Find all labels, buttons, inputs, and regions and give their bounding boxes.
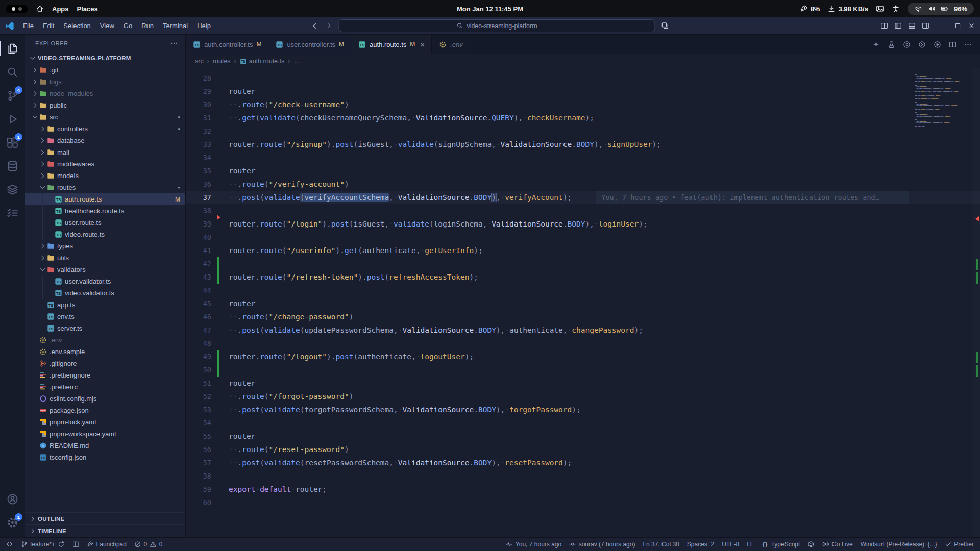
code-line-48[interactable]: 48 — [186, 337, 980, 350]
new-window-icon[interactable] — [662, 22, 669, 30]
tree-item-routes[interactable]: routes● — [25, 182, 185, 193]
tree-item-app.ts[interactable]: TSapp.ts — [25, 299, 185, 311]
tree-item-utils[interactable]: utils — [25, 252, 185, 264]
network-speed[interactable]: 3.98 KB/s — [827, 5, 868, 13]
activity-settings[interactable]: 1 — [0, 511, 25, 534]
tree-item-.prettierignore[interactable]: .prettierignore — [25, 369, 185, 381]
tree-item-tsconfig.json[interactable]: TStsconfig.json — [25, 452, 185, 463]
status-problems[interactable]: 00 — [134, 541, 162, 548]
code-line-41[interactable]: 41router.route("/userinfo").get(authenti… — [186, 244, 980, 257]
overview-ruler[interactable] — [972, 68, 980, 537]
tree-item-user.route.ts[interactable]: TSuser.route.ts — [25, 217, 185, 229]
performance-indicator[interactable]: 8% — [800, 5, 820, 13]
nav-back-icon[interactable] — [311, 22, 319, 30]
status-feedback[interactable] — [807, 541, 815, 548]
apps-menu[interactable]: Apps — [52, 5, 69, 13]
menu-help[interactable]: Help — [192, 20, 215, 32]
activity-search[interactable] — [0, 60, 25, 84]
menu-view[interactable]: View — [95, 20, 119, 32]
breadcrumb-item-…[interactable]: … — [293, 58, 300, 65]
outline-section-header[interactable]: OUTLINE — [25, 513, 185, 525]
nav-forward-icon[interactable] — [325, 22, 333, 30]
minimize-icon[interactable] — [941, 22, 947, 29]
tree-item-pnpm-workspace.yaml[interactable]: pnpm-workspace.yaml — [25, 428, 185, 440]
tab-.env[interactable]: .env — [432, 35, 470, 54]
code-line-33[interactable]: 33router.route("/signup").post(isGuest,·… — [186, 138, 980, 151]
status-last-commit[interactable]: sourav (7 hours ago) — [569, 541, 635, 548]
breadcrumb-item-routes[interactable]: routes — [213, 58, 231, 65]
tree-item-video.validator.ts[interactable]: TSvideo.validator.ts — [25, 287, 185, 299]
tree-item-pnpm-lock.yaml[interactable]: pnpm-lock.yaml — [25, 416, 185, 428]
code-line-50[interactable]: 50 — [186, 363, 980, 377]
code-line-29[interactable]: 29router — [186, 85, 980, 98]
code-line-38[interactable]: 38 — [186, 204, 980, 217]
system-status-menu[interactable]: 96% — [908, 3, 974, 15]
breadcrumb-item-auth.route.ts[interactable]: TSauth.route.ts — [240, 58, 285, 65]
tree-item-package.json[interactable]: npmpackage.json — [25, 405, 185, 416]
tree-item-env.ts[interactable]: TSenv.ts — [25, 311, 185, 322]
status-git-branch[interactable]: feature*+ — [21, 541, 65, 548]
timeline-section-header[interactable]: TIMELINE — [25, 525, 185, 537]
code-line-57[interactable]: 57··.post(validate(resetPasswordSchema,·… — [186, 456, 980, 469]
tree-item-auth.route.ts[interactable]: TSauth.route.tsM — [25, 193, 185, 205]
status-launchpad[interactable]: Launchpad — [87, 541, 127, 548]
maximize-icon[interactable] — [954, 22, 961, 29]
code-line-58[interactable]: 58 — [186, 469, 980, 483]
tree-item-types[interactable]: types — [25, 240, 185, 252]
code-line-59[interactable]: 59export·default·router; — [186, 483, 980, 496]
code-line-30[interactable]: 30··.route("/check-username") — [186, 98, 980, 111]
tree-item-video.route.ts[interactable]: TSvideo.route.ts — [25, 229, 185, 240]
more-actions-icon[interactable] — [964, 41, 972, 48]
close-icon[interactable]: × — [420, 41, 425, 48]
tree-item-.env.sample[interactable]: .env.sample — [25, 346, 185, 358]
activity-explorer[interactable] — [0, 37, 25, 60]
activity-source-control[interactable]: 4 — [0, 84, 25, 107]
code-line-60[interactable]: 60 — [186, 496, 980, 509]
tree-item-mail[interactable]: mail — [25, 146, 185, 158]
code-line-42[interactable]: 42 — [186, 257, 980, 270]
beaker-icon[interactable] — [888, 41, 895, 48]
project-section-header[interactable]: VIDEO-STREAMING-PLATFORM — [25, 52, 185, 64]
tree-item-server.ts[interactable]: TSserver.ts — [25, 322, 185, 334]
menu-go[interactable]: Go — [119, 20, 137, 32]
tree-item-README.md[interactable]: README.md — [25, 440, 185, 452]
code-line-36[interactable]: 36··.route("/verify-account") — [186, 178, 980, 191]
screenshot-tool[interactable] — [876, 5, 884, 13]
tree-item-validators[interactable]: validators — [25, 264, 185, 276]
activity-account[interactable] — [0, 487, 25, 511]
code-line-35[interactable]: 35router — [186, 164, 980, 178]
code-editor[interactable]: 2829router30··.route("/check-username")3… — [186, 68, 980, 537]
workspace-indicator[interactable] — [6, 5, 28, 13]
tree-item-.prettierrc[interactable]: .prettierrc — [25, 381, 185, 393]
clock[interactable]: Mon Jan 12 11:45 PM — [457, 5, 523, 13]
tab-auth.route.ts[interactable]: TSauth.route.tsM× — [351, 35, 432, 54]
tree-item-healthcheck.route.ts[interactable]: TShealthcheck.route.ts — [25, 205, 185, 217]
tree-item-controllers[interactable]: controllers● — [25, 123, 185, 135]
run-icon[interactable] — [934, 41, 941, 48]
sparkle-icon[interactable] — [872, 41, 880, 48]
code-line-47[interactable]: 47··.post(validate(updatePasswordSchema,… — [186, 323, 980, 337]
code-line-46[interactable]: 46··.route("/change-password") — [186, 310, 980, 323]
split-editor-icon[interactable] — [949, 41, 957, 48]
places-menu[interactable]: Places — [77, 5, 98, 13]
customize-layout-icon[interactable] — [880, 22, 888, 30]
status-remote[interactable] — [6, 541, 13, 548]
tree-item-.env[interactable]: .env — [25, 334, 185, 346]
menu-edit[interactable]: Edit — [38, 20, 59, 32]
menu-terminal[interactable]: Terminal — [158, 20, 192, 32]
status-go-live[interactable]: Go Live — [822, 541, 853, 548]
breadcrumb-item-src[interactable]: src — [195, 58, 204, 65]
close-window-icon[interactable] — [968, 22, 975, 29]
code-line-53[interactable]: 53··.post(validate(forgotPasswordSchema,… — [186, 403, 980, 416]
tree-item-eslint.config.mjs[interactable]: eslint.config.mjs — [25, 393, 185, 405]
status-encoding[interactable]: UTF-8 — [722, 541, 739, 548]
command-center[interactable]: video-streaming-platform — [339, 19, 655, 32]
toggle-panel-icon[interactable] — [908, 22, 916, 30]
tree-item-logs[interactable]: logs — [25, 76, 185, 88]
status-language-mode[interactable]: {}TypeScript — [762, 541, 800, 548]
tree-item-src[interactable]: src● — [25, 111, 185, 123]
status-windsurf[interactable]: Windsurf (Pre-Release): {...} — [861, 541, 937, 548]
code-line-54[interactable]: 54 — [186, 416, 980, 430]
code-line-43[interactable]: 43router.route("/refresh-token").post(re… — [186, 270, 980, 284]
circle-back-icon[interactable] — [903, 41, 911, 48]
